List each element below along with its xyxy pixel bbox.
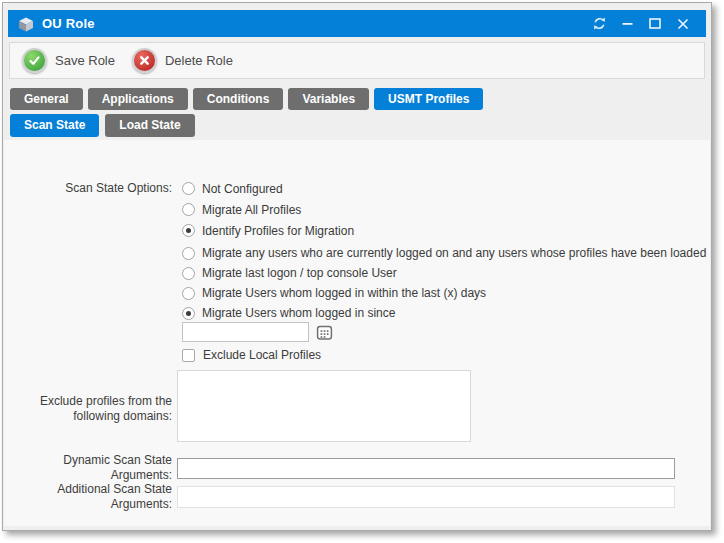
calendar-icon [316, 324, 333, 341]
minimize-button[interactable] [613, 12, 641, 36]
radio-label: Migrate Users whom logged in within the … [202, 286, 486, 300]
tab-label: General [24, 92, 69, 106]
delete-x-icon [132, 48, 157, 73]
additional-args-field [177, 486, 675, 508]
save-role-label: Save Role [55, 53, 115, 68]
radio-label: Migrate last logon / top console User [202, 266, 397, 280]
titlebar: OU Role [8, 10, 706, 37]
radio-circle [182, 182, 195, 195]
radio-migrate-all-profiles[interactable]: Migrate All Profiles [182, 199, 354, 220]
radio-migrate-last-x-days[interactable]: Migrate Users whom logged in within the … [182, 283, 706, 303]
tab-applications[interactable]: Applications [88, 88, 188, 110]
tab-general[interactable]: General [10, 88, 83, 110]
toolbar: Save Role Delete Role [9, 42, 705, 79]
radio-not-configured[interactable]: Not Configured [182, 178, 354, 199]
dynamic-args-row: Dynamic Scan State Arguments: [9, 453, 703, 483]
exclude-domains-label: Exclude profiles from the following doma… [9, 370, 172, 424]
exclude-domains-row: Exclude profiles from the following doma… [9, 370, 703, 446]
checkbox-box [182, 349, 195, 362]
migration-mode-row: Migrate any users who are currently logg… [9, 243, 703, 323]
app-icon [17, 15, 35, 33]
tab-label: Applications [102, 92, 174, 106]
radio-circle [182, 307, 195, 320]
close-button[interactable] [669, 12, 697, 36]
radio-circle [182, 287, 195, 300]
subtab-label: Scan State [24, 118, 85, 132]
radio-circle [182, 247, 195, 260]
date-field [182, 322, 334, 342]
additional-args-row: Additional Scan State Arguments: [9, 482, 703, 512]
radio-circle [182, 224, 195, 237]
additional-args-input[interactable] [177, 486, 675, 508]
scan-state-options-row: Scan State Options: Not Configured Migra… [9, 178, 703, 241]
exclude-domains-textarea[interactable] [177, 370, 471, 442]
dynamic-args-field [177, 458, 675, 479]
checkbox-label: Exclude Local Profiles [203, 348, 321, 362]
subtab-scan-state[interactable]: Scan State [10, 114, 99, 137]
window-controls [585, 12, 697, 36]
radio-migrate-logged-in-since[interactable]: Migrate Users whom logged in since [182, 303, 706, 323]
radio-circle [182, 203, 195, 216]
radio-circle [182, 267, 195, 280]
radio-label: Not Configured [202, 182, 283, 196]
date-input[interactable] [182, 322, 309, 342]
exclude-local-profiles-checkbox[interactable]: Exclude Local Profiles [182, 348, 321, 362]
screen: OU Role [0, 0, 724, 543]
radio-label: Identify Profiles for Migration [202, 224, 354, 238]
radio-label: Migrate Users whom logged in since [202, 306, 395, 320]
tab-label: Conditions [207, 92, 270, 106]
subtab-label: Load State [119, 118, 180, 132]
additional-args-label: Additional Scan State Arguments: [9, 482, 172, 512]
tab-variables[interactable]: Variables [288, 88, 369, 110]
subtab-load-state[interactable]: Load State [105, 114, 194, 137]
radio-migrate-last-logon[interactable]: Migrate last logon / top console User [182, 263, 706, 283]
delete-role-button[interactable]: Delete Role [132, 48, 233, 73]
maximize-button[interactable] [641, 12, 669, 36]
dynamic-args-label: Dynamic Scan State Arguments: [9, 453, 172, 483]
exclude-domains-field [177, 370, 471, 446]
ou-role-window: OU Role [2, 2, 712, 531]
radio-label: Migrate All Profiles [202, 203, 301, 217]
radio-migrate-currently-logged-on[interactable]: Migrate any users who are currently logg… [182, 243, 706, 263]
tab-label: USMT Profiles [388, 92, 469, 106]
radio-group-2: Migrate any users who are currently logg… [182, 243, 706, 323]
radio-label: Migrate any users who are currently logg… [202, 246, 706, 260]
radio-identify-profiles-for-migration[interactable]: Identify Profiles for Migration [182, 220, 354, 241]
tab-conditions[interactable]: Conditions [193, 88, 284, 110]
window-title: OU Role [42, 16, 95, 31]
radio-group-1: Not Configured Migrate All Profiles Iden… [182, 178, 354, 241]
dynamic-args-input[interactable] [177, 458, 675, 479]
tab-label: Variables [302, 92, 355, 106]
refresh-icon[interactable] [585, 12, 613, 36]
tab-bar: General Applications Conditions Variable… [10, 88, 483, 110]
save-check-icon [22, 48, 47, 73]
subtab-bar: Scan State Load State [10, 114, 195, 137]
date-picker-button[interactable] [315, 323, 334, 342]
delete-role-label: Delete Role [165, 53, 233, 68]
scan-state-options-label: Scan State Options: [9, 178, 172, 196]
logged-in-since-date-row [9, 322, 703, 342]
exclude-local-profiles-row: Exclude Local Profiles [9, 348, 703, 362]
tab-usmt-profiles[interactable]: USMT Profiles [374, 88, 483, 110]
save-role-button[interactable]: Save Role [22, 48, 115, 73]
